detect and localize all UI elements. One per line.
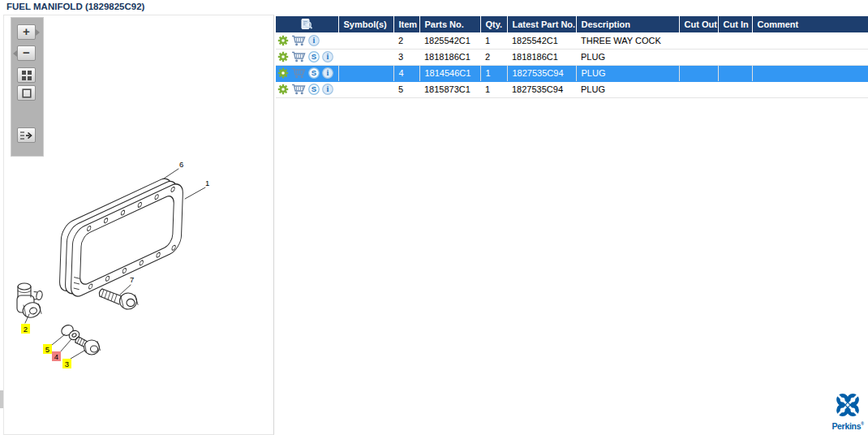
cell-comment — [752, 49, 868, 65]
callout-7[interactable]: 7 — [130, 275, 134, 284]
callout-2[interactable]: 2 — [21, 324, 30, 334]
elbow-fitting-2 — [17, 283, 43, 320]
panel-arrow-icon — [19, 131, 33, 140]
pane-splitter-handle[interactable] — [0, 390, 3, 408]
tiles-icon — [22, 71, 32, 80]
cell-symbols — [338, 81, 393, 97]
cell-comment — [752, 81, 868, 97]
column-header-cut-out: Cut Out — [679, 16, 718, 32]
perkins-logo-icon — [836, 393, 860, 417]
minus-icon: − — [23, 46, 30, 58]
cell-cut-out — [679, 32, 718, 49]
svg-text:4: 4 — [54, 352, 58, 361]
perkins-logo: Perkins® — [829, 393, 866, 431]
callout-4[interactable]: 4 — [52, 351, 61, 361]
cell-qty: 1 — [480, 32, 507, 49]
supersession-icon[interactable] — [308, 84, 320, 95]
cell-parts-no: 1825542C1 — [419, 32, 480, 49]
callout-5[interactable]: 5 — [43, 344, 52, 354]
preview-search-icon — [300, 18, 313, 31]
cell-description: PLUG — [576, 49, 679, 65]
gear-icon[interactable] — [277, 84, 289, 95]
cell-description: PLUG — [576, 65, 679, 81]
supersession-icon[interactable] — [308, 51, 320, 62]
titlebar: FUEL MANIFOLD (1829825C92) — [0, 0, 868, 15]
cell-parts-no: 1814546C1 — [419, 65, 480, 81]
table-row[interactable]: 2 1825542C1 1 1825542C1 THREE WAY COCK — [276, 32, 868, 49]
cell-comment — [752, 32, 868, 49]
table-row-selected[interactable]: 4 1814546C1 1 1827535C94 PLUG — [276, 65, 868, 81]
cell-description: THREE WAY COCK — [576, 32, 679, 49]
app-window: FUEL MANIFOLD (1829825C92) + − — [0, 0, 868, 435]
cart-icon[interactable] — [291, 51, 306, 62]
cell-cut-in — [718, 49, 752, 65]
info-icon[interactable] — [322, 67, 333, 79]
row-actions — [276, 65, 338, 81]
arrow-left-nub-icon — [13, 50, 17, 57]
cell-latest-part-no: 1825542C1 — [507, 32, 576, 49]
row-actions — [276, 32, 338, 49]
cart-icon[interactable] — [291, 84, 306, 95]
gear-icon[interactable] — [277, 67, 289, 79]
row-actions — [276, 81, 338, 97]
cell-item: 2 — [393, 32, 419, 49]
table-header-row: Symbol(s) Item Parts No. Qty. Latest Par… — [276, 16, 868, 32]
manifold-plate — [59, 169, 184, 306]
info-icon[interactable] — [308, 35, 320, 46]
cart-icon[interactable] — [291, 67, 306, 79]
zoom-out-button[interactable]: − — [17, 45, 36, 61]
parts-table: Symbol(s) Item Parts No. Qty. Latest Par… — [276, 16, 868, 98]
column-header-preview — [276, 16, 338, 32]
callout-6[interactable]: 6 — [179, 160, 183, 169]
cell-latest-part-no: 1827535C94 — [507, 65, 576, 81]
cell-item: 3 — [393, 49, 419, 65]
zoom-region-button[interactable] — [17, 85, 36, 101]
table-row[interactable]: 3 1818186C1 2 1818186C1 PLUG — [276, 49, 868, 65]
arrow-right-nub-icon — [36, 29, 40, 36]
square-outline-icon — [22, 88, 32, 98]
column-header-parts-no: Parts No. — [419, 16, 480, 32]
info-icon[interactable] — [322, 51, 333, 62]
svg-text:2: 2 — [24, 325, 28, 334]
info-icon[interactable] — [322, 84, 333, 95]
tile-view-button[interactable] — [17, 67, 36, 83]
cell-symbols — [338, 49, 393, 65]
cell-qty: 1 — [480, 65, 507, 81]
bolt-7 — [99, 289, 138, 309]
cell-cut-in — [718, 65, 752, 81]
cell-parts-no: 1818186C1 — [419, 49, 480, 65]
svg-text:5: 5 — [45, 345, 49, 354]
plug-bolt-3 — [75, 337, 101, 355]
cell-parts-no: 1815873C1 — [419, 81, 480, 97]
cell-cut-out — [679, 81, 718, 97]
cell-cut-out — [679, 49, 718, 65]
cell-latest-part-no: 1818186C1 — [507, 49, 576, 65]
cell-symbols — [338, 65, 393, 81]
perkins-logo-text: Perkins® — [829, 421, 866, 431]
cell-item: 4 — [393, 65, 419, 81]
cell-item: 5 — [393, 81, 419, 97]
plus-icon: + — [23, 25, 30, 37]
cell-description: PLUG — [576, 81, 679, 97]
gear-icon[interactable] — [277, 51, 289, 62]
callout-1[interactable]: 1 — [205, 179, 209, 187]
toggle-panel-button[interactable] — [17, 127, 36, 143]
cell-symbols — [338, 32, 393, 49]
cell-comment — [752, 65, 868, 81]
table-row[interactable]: 5 1815873C1 1 1827535C94 PLUG — [276, 81, 868, 97]
cell-qty: 2 — [480, 49, 507, 65]
gear-icon[interactable] — [277, 35, 289, 46]
cell-qty: 1 — [480, 81, 507, 97]
column-header-symbols: Symbol(s) — [338, 16, 393, 32]
row-actions — [276, 49, 338, 65]
column-header-description: Description — [576, 16, 679, 32]
callout-3[interactable]: 3 — [62, 359, 71, 368]
cell-latest-part-no: 1827535C94 — [507, 81, 576, 97]
column-header-cut-in: Cut In — [718, 16, 752, 32]
cart-icon[interactable] — [291, 35, 306, 46]
zoom-in-button[interactable]: + — [17, 24, 36, 40]
column-header-comment: Comment — [752, 16, 868, 32]
column-header-item: Item — [393, 16, 419, 32]
supersession-icon[interactable] — [308, 67, 320, 79]
column-header-latest-part-no: Latest Part No. — [507, 16, 576, 32]
